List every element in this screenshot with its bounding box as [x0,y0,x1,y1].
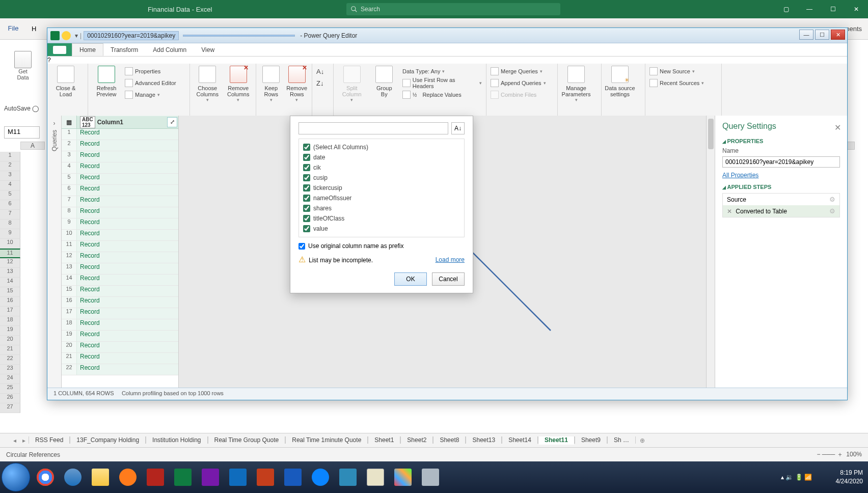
sheet-nav-next[interactable]: ▸ [19,437,29,444]
table-row[interactable]: 5Record [62,174,178,185]
qat-dropdown[interactable]: ▾ [73,32,80,39]
get-data-button[interactable]: Get Data [5,40,41,80]
explorer-icon[interactable] [88,467,113,488]
row-header[interactable]: 22 [0,355,20,365]
row-header[interactable]: 10 [0,239,20,249]
row-header[interactable]: 11 [0,249,20,258]
onenote-icon[interactable] [198,467,223,488]
minimize-icon[interactable]: — [798,0,821,18]
pq-file-tab[interactable] [47,43,72,56]
skype-icon[interactable] [335,467,361,488]
properties-section[interactable]: PROPERTIES [722,138,840,144]
sheet-tab[interactable]: Sheet13 [466,436,502,444]
table-row[interactable]: 13Record [62,263,178,275]
column-search-input[interactable] [299,122,448,134]
column-checkbox-row[interactable]: date [301,152,462,162]
first-row-headers-button[interactable]: Use First Row as Headers [402,77,482,89]
column-checkbox[interactable] [303,154,310,161]
pq-tab[interactable]: Add Column [146,43,194,56]
pq-tab[interactable]: Home [72,43,103,56]
row-header[interactable]: 2 [0,161,20,171]
ribbon-options-icon[interactable]: ▢ [774,0,798,18]
column-checkbox[interactable] [303,205,310,212]
sort-desc-button[interactable]: Z↓ [316,77,324,89]
zoom-in[interactable]: ＋ [837,451,843,458]
row-header[interactable]: 3 [0,171,20,181]
help-icon[interactable]: ? [47,57,847,64]
table-row[interactable]: 15Record [62,286,178,297]
manage-button[interactable]: Manage [125,89,176,100]
taskbar-clock[interactable]: 8:19 PM4/24/2020 [836,469,863,486]
teamviewer-icon[interactable] [308,467,333,488]
row-header[interactable]: 17 [0,307,20,316]
zoom-level[interactable]: 100% [846,451,862,458]
column-checkbox-row[interactable]: shares [301,203,462,213]
column-header-a[interactable]: A [20,142,45,150]
sheet-tab[interactable]: Sh … [607,436,636,444]
pq-tab[interactable]: View [194,43,222,56]
row-header[interactable]: 13 [0,268,20,278]
row-header[interactable]: 14 [0,278,20,287]
properties-button[interactable]: Properties [125,66,176,77]
excel-search-box[interactable]: Search [346,3,560,15]
column-checkbox[interactable] [303,225,310,232]
table-row[interactable]: 16Record [62,297,178,308]
table-row[interactable]: 4Record [62,162,178,174]
load-more-link[interactable]: Load more [436,256,465,263]
acrobat-icon[interactable] [143,467,168,488]
paint-icon[interactable] [390,467,416,488]
row-header[interactable]: 21 [0,345,20,355]
column-header-column1[interactable]: ABC123 Column1 [77,116,178,128]
chrome-icon[interactable] [33,467,58,488]
row-header[interactable]: 18 [0,316,20,326]
query-name-input[interactable] [722,156,840,168]
excel-file-tab[interactable]: File [0,18,26,39]
sheet-tab[interactable]: Institution Holding [146,436,207,444]
applied-steps-section[interactable]: APPLIED STEPS [722,184,840,190]
row-header[interactable]: 6 [0,200,20,210]
table-row[interactable]: 2Record [62,140,178,151]
group-by-button[interactable]: Group By [370,66,399,113]
manage-parameters-button[interactable]: Manage Parameters [562,66,590,113]
table-row[interactable]: 6Record [62,185,178,196]
sheet-tab[interactable]: RSS Feed [29,436,70,444]
sheet-tab[interactable]: Sheet8 [433,436,466,444]
row-header[interactable]: 16 [0,297,20,307]
system-tray[interactable]: ▴ 🔉 🔋 📶 [781,474,812,481]
autosave-toggle[interactable]: AutoSave ◯ [4,105,39,112]
recent-sources-button[interactable]: Recent Sources [649,77,704,89]
row-header[interactable]: 12 [0,258,20,268]
sheet-nav-prev[interactable]: ◂ [10,437,19,444]
column-checkbox[interactable] [303,174,310,181]
ie-icon[interactable] [60,467,86,488]
table-row[interactable]: 21Record [62,353,178,364]
row-header[interactable]: 8 [0,220,20,229]
column-checkbox-row[interactable]: (Select All Columns) [301,142,462,152]
keep-rows-button[interactable]: Keep Rows [260,66,282,113]
applied-step[interactable]: ✕ Converted to Table⚙ [723,205,839,217]
column-checkbox-row[interactable]: nameOfIssuer [301,193,462,203]
close-settings-button[interactable]: ✕ [834,123,841,132]
row-header[interactable]: 24 [0,374,20,384]
merge-queries-button[interactable]: Merge Queries [491,66,546,77]
pq-minimize-button[interactable]: — [799,30,813,40]
table-row[interactable]: 9Record [62,218,178,230]
sheet-tab[interactable]: Sheet11 [538,436,575,445]
new-sheet-button[interactable]: ⊕ [636,437,649,444]
sheet-tab[interactable]: 13F_Company Holding [70,436,146,444]
column-checkbox[interactable] [303,144,310,151]
row-header[interactable]: 4 [0,181,20,190]
all-properties-link[interactable]: All Properties [722,172,840,179]
table-row[interactable]: 19Record [62,331,178,342]
column-checkbox-row[interactable]: cik [301,162,462,173]
table-row[interactable]: 20Record [62,342,178,353]
column-checkbox-row[interactable]: cusip [301,173,462,183]
expand-column-button[interactable]: ⤢ [167,117,177,127]
row-header[interactable]: 5 [0,190,20,200]
table-row[interactable]: 11Record [62,241,178,252]
advanced-editor-button[interactable]: Advanced Editor [125,77,176,89]
ok-button[interactable]: OK [394,272,427,286]
data-source-settings-button[interactable]: ✳Data source settings [606,66,634,113]
row-header[interactable]: 26 [0,394,20,403]
remove-rows-button[interactable]: Remove Rows [286,66,308,113]
